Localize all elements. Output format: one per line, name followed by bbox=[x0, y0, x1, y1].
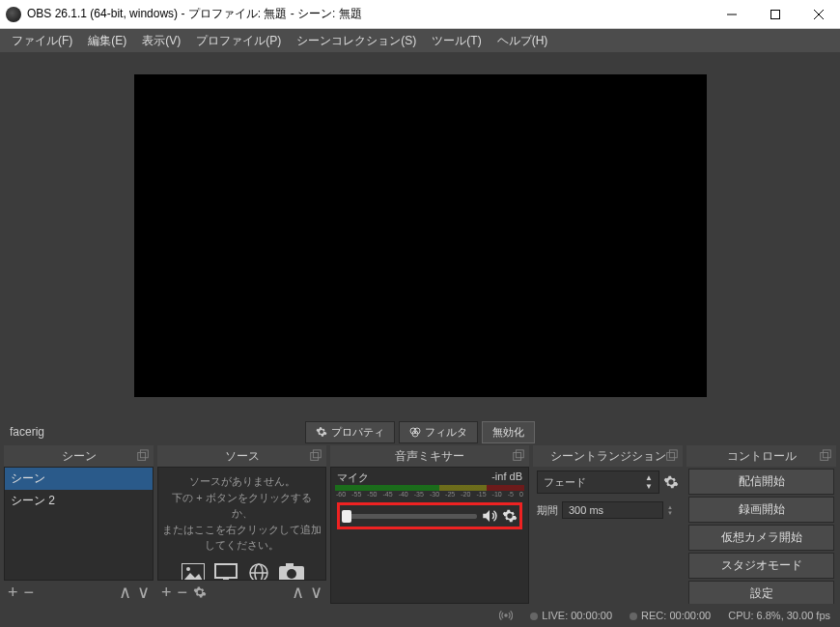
broadcast-icon bbox=[499, 609, 513, 622]
source-settings-button[interactable] bbox=[193, 585, 207, 599]
source-up-button[interactable]: ∧ bbox=[292, 582, 304, 603]
duration-input[interactable]: 300 ms bbox=[562, 501, 663, 519]
studio-mode-button[interactable]: スタジオモード bbox=[688, 553, 834, 579]
mixer-body: マイク -inf dB -60 -55 -50 -45 -40 -35 -30 … bbox=[330, 467, 529, 604]
controls-header: コントロール bbox=[686, 445, 836, 467]
rec-dot-icon bbox=[630, 613, 637, 620]
duration-spinner[interactable]: ▲▼ bbox=[667, 504, 679, 516]
start-vcam-button[interactable]: 仮想カメラ開始 bbox=[688, 525, 834, 551]
audio-meter bbox=[335, 485, 524, 491]
mic-controls-highlighted bbox=[337, 502, 522, 529]
popout-icon[interactable] bbox=[512, 449, 525, 463]
source-down-button[interactable]: ∨ bbox=[310, 582, 322, 603]
controls-panel: コントロール 配信開始 録画開始 仮想カメラ開始 スタジオモード 設定 終了 bbox=[686, 445, 836, 604]
minimize-button[interactable] bbox=[710, 0, 753, 29]
close-button[interactable] bbox=[797, 0, 840, 29]
popout-icon[interactable] bbox=[309, 449, 322, 463]
svg-rect-10 bbox=[313, 450, 321, 458]
sources-empty-line3: またはここを右クリックして追加してください。 bbox=[162, 522, 322, 554]
transition-select[interactable]: フェード ▲▼ bbox=[537, 470, 659, 494]
svg-rect-24 bbox=[667, 453, 675, 461]
transitions-title: シーントランジション bbox=[550, 448, 666, 465]
scenes-panel: シーン シーン シーン 2 + − ∧ ∨ bbox=[4, 445, 154, 604]
live-dot-icon bbox=[530, 613, 538, 620]
menu-profile[interactable]: プロファイル(P) bbox=[188, 33, 289, 49]
scene-item[interactable]: シーン 2 bbox=[5, 490, 153, 512]
sources-empty-line1: ソースがありません。 bbox=[162, 473, 322, 490]
add-source-button[interactable]: + bbox=[161, 583, 172, 603]
chevron-updown-icon: ▲▼ bbox=[645, 473, 653, 491]
svg-rect-20 bbox=[286, 563, 294, 567]
svg-point-28 bbox=[505, 614, 507, 616]
sources-list[interactable]: ソースがありません。 下の + ボタンをクリックするか、 またはここを右クリック… bbox=[157, 467, 326, 581]
remove-source-button[interactable]: − bbox=[178, 583, 188, 603]
svg-rect-7 bbox=[138, 453, 146, 461]
controls-body: 配信開始 録画開始 仮想カメラ開始 スタジオモード 設定 終了 bbox=[686, 467, 836, 604]
menu-file[interactable]: ファイル(F) bbox=[4, 33, 80, 49]
remove-scene-button[interactable]: − bbox=[24, 583, 35, 603]
menu-help[interactable]: ヘルプ(H) bbox=[490, 33, 556, 49]
transition-selected: フェード bbox=[544, 475, 586, 490]
scenes-title: シーン bbox=[62, 448, 97, 465]
cpu-status: CPU: 6.8%, 30.00 fps bbox=[728, 610, 830, 621]
slider-thumb[interactable] bbox=[342, 510, 351, 523]
sources-empty-message: ソースがありません。 下の + ボタンをクリックするか、 またはここを右クリック… bbox=[158, 468, 325, 581]
transitions-panel: シーントランジション フェード ▲▼ 期間 300 ms ▲▼ bbox=[533, 445, 683, 604]
selected-source-label: facerig bbox=[4, 423, 50, 441]
menu-scene-collection[interactable]: シーンコレクション(S) bbox=[289, 33, 424, 49]
disable-label: 無効化 bbox=[492, 425, 524, 440]
mic-label: マイク bbox=[337, 470, 369, 485]
sources-title: ソース bbox=[225, 448, 260, 465]
window-titlebar: OBS 26.1.1 (64-bit, windows) - プロファイル: 無… bbox=[0, 0, 840, 29]
start-stream-button[interactable]: 配信開始 bbox=[688, 469, 834, 495]
mic-volume-slider[interactable] bbox=[342, 514, 477, 519]
statusbar: LIVE: 00:00:00 REC: 00:00:00 CPU: 6.8%, … bbox=[0, 604, 840, 627]
mixer-header: 音声ミキサー bbox=[330, 445, 529, 467]
properties-label: プロパティ bbox=[331, 425, 384, 440]
scene-down-button[interactable]: ∨ bbox=[137, 582, 150, 603]
rec-status: REC: 00:00:00 bbox=[641, 610, 711, 621]
obs-app-icon bbox=[6, 7, 21, 22]
transitions-header: シーントランジション bbox=[533, 445, 683, 467]
svg-rect-15 bbox=[220, 581, 232, 582]
meter-scale: -60 -55 -50 -45 -40 -35 -30 -25 -20 -15 … bbox=[335, 491, 524, 500]
settings-button[interactable]: 設定 bbox=[688, 581, 834, 604]
scene-up-button[interactable]: ∧ bbox=[119, 582, 131, 603]
speaker-icon[interactable] bbox=[481, 507, 498, 525]
svg-point-12 bbox=[186, 567, 190, 571]
menubar: ファイル(F) 編集(E) 表示(V) プロファイル(P) シーンコレクション(… bbox=[0, 29, 840, 52]
svg-rect-25 bbox=[669, 450, 677, 458]
preview-canvas[interactable] bbox=[134, 74, 707, 397]
main-window: facerig プロパティ フィルタ 無効化 シーン シーン bbox=[0, 52, 840, 627]
start-record-button[interactable]: 録画開始 bbox=[688, 497, 834, 523]
svg-rect-9 bbox=[311, 453, 319, 461]
gear-icon[interactable] bbox=[663, 474, 679, 490]
sources-panel: ソース ソースがありません。 下の + ボタンをクリックするか、 またはここを右… bbox=[157, 445, 326, 604]
menu-edit[interactable]: 編集(E) bbox=[80, 33, 134, 49]
camera-source-icon bbox=[278, 561, 305, 582]
filters-button[interactable]: フィルタ bbox=[399, 421, 478, 443]
menu-tools[interactable]: ツール(T) bbox=[424, 33, 489, 49]
browser-source-icon bbox=[245, 561, 272, 582]
add-scene-button[interactable]: + bbox=[8, 583, 18, 603]
mixer-panel: 音声ミキサー マイク -inf dB -60 -55 -50 -45 -40 bbox=[330, 445, 529, 604]
gear-icon[interactable] bbox=[502, 508, 518, 524]
popout-icon[interactable] bbox=[665, 449, 679, 463]
filter-icon bbox=[409, 426, 421, 438]
scene-item[interactable]: シーン bbox=[5, 468, 153, 490]
svg-rect-13 bbox=[215, 564, 237, 578]
disable-button[interactable]: 無効化 bbox=[482, 421, 535, 443]
svg-rect-27 bbox=[823, 450, 830, 458]
menu-view[interactable]: 表示(V) bbox=[134, 33, 188, 49]
image-source-icon bbox=[180, 561, 207, 582]
popout-icon[interactable] bbox=[819, 449, 832, 463]
maximize-button[interactable] bbox=[753, 0, 797, 29]
scenes-list[interactable]: シーン シーン 2 bbox=[4, 467, 154, 581]
gear-icon bbox=[316, 426, 327, 438]
svg-rect-8 bbox=[140, 450, 148, 458]
duration-value: 300 ms bbox=[569, 504, 603, 516]
display-source-icon bbox=[212, 561, 239, 582]
popout-icon[interactable] bbox=[136, 449, 150, 463]
properties-button[interactable]: プロパティ bbox=[305, 421, 395, 443]
filters-label: フィルタ bbox=[425, 425, 467, 440]
